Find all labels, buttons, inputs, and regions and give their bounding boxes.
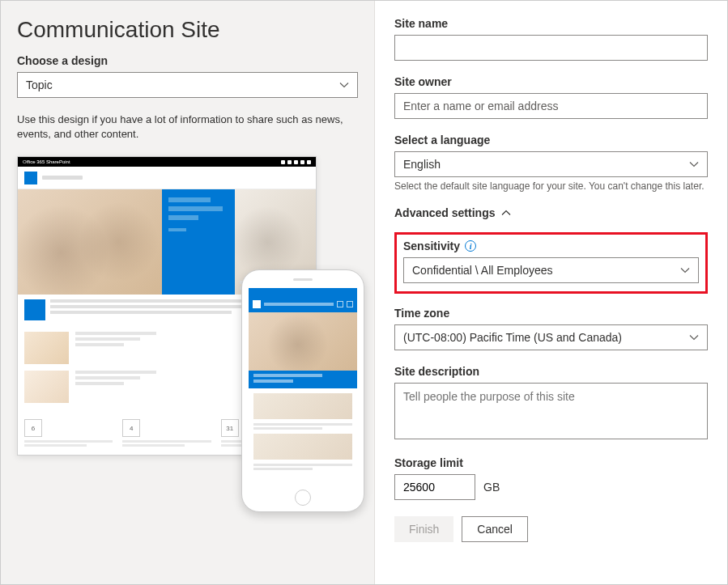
page-title: Communication Site xyxy=(17,17,358,43)
chevron-down-icon xyxy=(339,80,349,90)
advanced-settings-toggle[interactable]: Advanced settings xyxy=(394,206,708,219)
design-label: Choose a design xyxy=(17,54,358,67)
chevron-up-icon xyxy=(501,208,511,218)
cancel-button[interactable]: Cancel xyxy=(462,516,528,542)
sensitivity-label: Sensitivity xyxy=(403,240,460,252)
language-label: Select a language xyxy=(394,134,708,146)
language-dropdown[interactable]: English xyxy=(394,151,708,177)
storage-input[interactable] xyxy=(394,474,475,500)
site-name-label: Site name xyxy=(394,17,708,30)
sensitivity-highlight: Sensitivity i Confidential \ All Employe… xyxy=(394,232,708,294)
description-label: Site description xyxy=(394,365,708,378)
cal-day-3: 31 xyxy=(221,419,239,437)
cal-day-1: 6 xyxy=(24,419,42,437)
design-hint: Use this design if you have a lot of inf… xyxy=(17,112,358,142)
preview-topbar-text: Office 365 SharePoint xyxy=(23,159,70,164)
info-icon[interactable]: i xyxy=(465,240,476,252)
design-value: Topic xyxy=(26,78,53,91)
phone-preview xyxy=(241,269,364,512)
language-hint: Select the default site language for you… xyxy=(394,180,708,192)
sensitivity-value: Confidential \ All Employees xyxy=(412,264,553,277)
sensitivity-dropdown[interactable]: Confidential \ All Employees xyxy=(403,257,699,283)
finish-button[interactable]: Finish xyxy=(394,516,453,542)
cal-day-2: 4 xyxy=(122,419,140,437)
design-dropdown[interactable]: Topic xyxy=(17,72,358,98)
right-panel: Site name Site owner Select a language E… xyxy=(375,1,727,584)
timezone-value: (UTC-08:00) Pacific Time (US and Canada) xyxy=(403,331,622,344)
chevron-down-icon xyxy=(689,333,699,342)
description-textarea[interactable] xyxy=(394,383,708,439)
design-preview: Office 365 SharePoint xyxy=(17,156,358,512)
chevron-down-icon xyxy=(689,159,699,169)
site-owner-label: Site owner xyxy=(394,75,708,88)
site-name-input[interactable] xyxy=(394,35,708,61)
timezone-dropdown[interactable]: (UTC-08:00) Pacific Time (US and Canada) xyxy=(394,324,708,350)
left-panel: Communication Site Choose a design Topic… xyxy=(1,1,375,584)
storage-unit: GB xyxy=(483,481,500,494)
language-value: English xyxy=(403,158,441,171)
site-owner-input[interactable] xyxy=(394,93,708,119)
timezone-label: Time zone xyxy=(394,307,708,320)
advanced-label: Advanced settings xyxy=(394,206,495,219)
storage-label: Storage limit xyxy=(394,456,708,469)
chevron-down-icon xyxy=(680,265,690,275)
